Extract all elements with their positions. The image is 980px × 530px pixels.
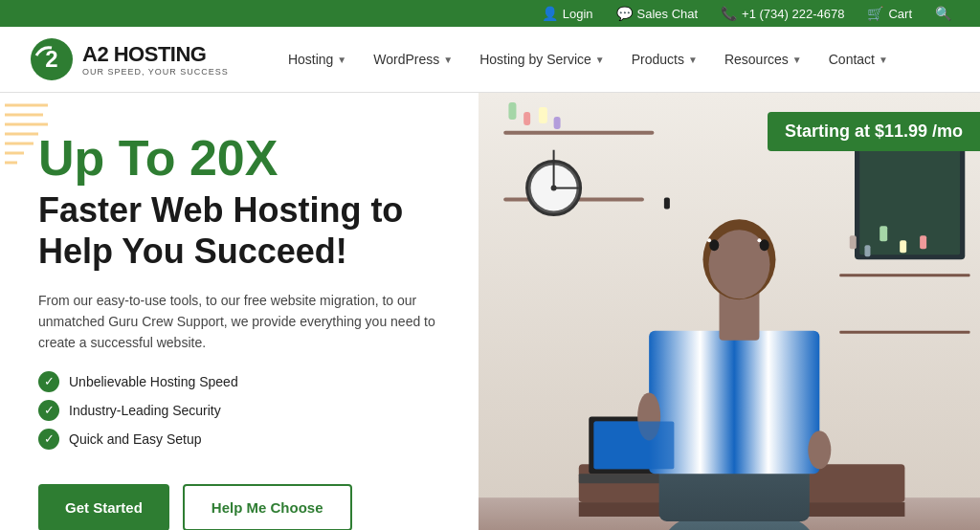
deco-lines-svg: [0, 96, 53, 210]
login-icon: 👤: [542, 6, 558, 21]
svg-rect-11: [503, 131, 654, 135]
svg-rect-20: [839, 274, 969, 276]
svg-rect-48: [664, 198, 670, 210]
hero-right: Starting at $11.99 /mo: [479, 93, 980, 530]
hero-headline-green: Up To 20X: [38, 131, 440, 186]
products-chevron-icon: ▼: [688, 55, 698, 65]
check-icon-2: ✓: [38, 400, 59, 421]
help-me-choose-button[interactable]: Help Me Choose: [183, 484, 352, 530]
nav-item-contact[interactable]: Contact ▼: [817, 44, 900, 75]
svg-point-40: [808, 431, 831, 469]
login-label: Login: [563, 7, 593, 21]
nav-item-wordpress[interactable]: WordPress ▼: [362, 44, 464, 75]
svg-rect-28: [880, 226, 887, 241]
check-icon-3: ✓: [38, 429, 59, 450]
phone-label: +1 (734) 222-4678: [742, 7, 844, 21]
hero-background-svg: [479, 93, 980, 530]
nav-wordpress-label: WordPress: [373, 52, 439, 67]
cart-icon: 🛒: [867, 6, 883, 21]
nav-products-label: Products: [632, 52, 684, 67]
svg-rect-29: [900, 240, 906, 253]
nav-links: Hosting ▼ WordPress ▼ Hosting by Service…: [277, 44, 951, 75]
sales-chat-label: Sales Chat: [637, 7, 699, 21]
cart-label: Cart: [888, 7, 912, 21]
hero-buttons: Get Started Help Me Choose: [38, 484, 440, 530]
hosting-service-chevron-icon: ▼: [595, 55, 605, 65]
login-link[interactable]: 👤 Login: [542, 6, 593, 21]
nav-item-hosting[interactable]: Hosting ▼: [277, 44, 358, 75]
feature-item-1: ✓ Unbelievable Hosting Speed: [38, 371, 440, 392]
nav-contact-label: Contact: [829, 52, 875, 67]
hero-description: From our easy-to-use tools, to our free …: [38, 290, 440, 354]
contact-chevron-icon: ▼: [879, 55, 888, 65]
feature-label-2: Industry-Leading Security: [69, 403, 221, 418]
nav-item-products[interactable]: Products ▼: [620, 44, 709, 75]
cart-link[interactable]: 🛒 Cart: [867, 6, 912, 21]
nav-bar: 2 A2 HOSTING OUR SPEED, YOUR SUCCESS Hos…: [0, 27, 980, 93]
phone-link[interactable]: 📞 +1 (734) 222-4678: [721, 6, 844, 21]
feature-label-3: Quick and Easy Setup: [69, 431, 202, 447]
hosting-chevron-icon: ▼: [337, 55, 346, 65]
nav-item-hosting-by-service[interactable]: Hosting by Service ▼: [468, 44, 616, 75]
top-bar: 👤 Login 💬 Sales Chat 📞 +1 (734) 222-4678…: [0, 0, 980, 27]
svg-rect-27: [864, 245, 870, 256]
search-icon-top[interactable]: 🔍: [935, 6, 951, 21]
logo-text: A2 HOSTING OUR SPEED, YOUR SUCCESS: [82, 42, 229, 77]
get-started-button[interactable]: Get Started: [38, 484, 169, 530]
svg-rect-30: [920, 235, 926, 249]
nav-hosting-label: Hosting: [288, 52, 333, 67]
hero-canvas: Starting at $11.99 /mo: [479, 93, 980, 530]
svg-rect-26: [850, 235, 857, 249]
starting-price-badge: Starting at $11.99 /mo: [768, 112, 980, 151]
svg-rect-21: [839, 331, 969, 334]
feature-item-3: ✓ Quick and Easy Setup: [38, 429, 440, 450]
logo-tagline: OUR SPEED, YOUR SUCCESS: [82, 67, 229, 77]
feature-label-1: Unbelievable Hosting Speed: [69, 374, 238, 389]
feature-list: ✓ Unbelievable Hosting Speed ✓ Industry-…: [38, 371, 440, 457]
svg-rect-38: [649, 331, 819, 474]
svg-point-47: [757, 238, 761, 242]
chat-icon: 💬: [616, 6, 633, 21]
wordpress-chevron-icon: ▼: [443, 55, 453, 65]
svg-rect-22: [508, 102, 516, 120]
hero-left: Up To 20X Faster Web Hosting to Help You…: [0, 93, 479, 530]
svg-rect-25: [554, 117, 561, 129]
phone-icon: 📞: [721, 6, 737, 21]
hero-section: Up To 20X Faster Web Hosting to Help You…: [0, 93, 980, 530]
feature-item-2: ✓ Industry-Leading Security: [38, 400, 440, 421]
svg-text:2: 2: [45, 46, 57, 72]
hero-headline-black: Faster Web Hosting to Help You Succeed!: [38, 189, 440, 272]
svg-rect-49: [594, 421, 675, 469]
resources-chevron-icon: ▼: [792, 55, 802, 65]
logo-link[interactable]: 2 A2 HOSTING OUR SPEED, YOUR SUCCESS: [29, 36, 229, 82]
sales-chat-link[interactable]: 💬 Sales Chat: [616, 6, 699, 21]
logo-name: A2 HOSTING: [82, 42, 229, 67]
nav-item-resources[interactable]: Resources ▼: [713, 44, 813, 75]
svg-rect-24: [539, 107, 547, 123]
nav-resources-label: Resources: [724, 52, 789, 67]
nav-hosting-service-label: Hosting by Service: [479, 52, 591, 67]
svg-rect-23: [523, 112, 530, 125]
logo-svg: 2: [29, 36, 75, 82]
svg-point-46: [707, 238, 711, 242]
check-icon-1: ✓: [38, 371, 59, 392]
